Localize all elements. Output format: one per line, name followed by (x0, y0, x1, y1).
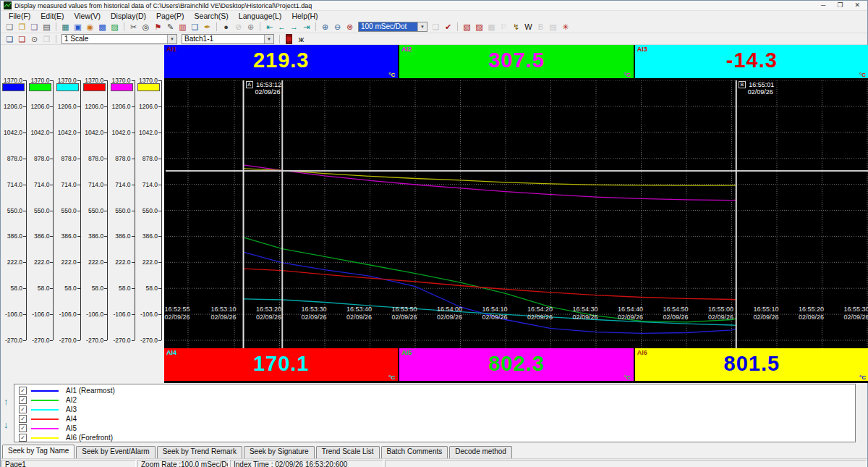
legend-row-ai6[interactable]: ✓AI6 (Forefront) (19, 433, 855, 442)
scale-tick-mark (104, 132, 107, 133)
tab-batch-comments[interactable]: Batch Comments (381, 446, 448, 458)
legend-checkbox-ai4[interactable]: ✓ (19, 415, 27, 423)
legend-checkbox-ai3[interactable]: ✓ (19, 405, 27, 413)
event-list-view-icon[interactable]: ▩ (97, 22, 108, 32)
chevron-down-icon[interactable]: ▼ (417, 22, 427, 31)
scale-tick-label: 222.0 (1, 259, 22, 266)
remark-tool-icon[interactable]: ✂ (128, 22, 139, 32)
scale-tick-label: 1042.0 (28, 130, 49, 136)
save-file-icon[interactable]: ❑ (29, 22, 40, 32)
batch-select[interactable]: Batch1-1▼ (182, 34, 274, 44)
legend-row-ai3[interactable]: ✓AI3 (19, 405, 855, 414)
menu-display[interactable]: Display(D) (106, 12, 151, 20)
channel-panel-ai2: AI2307.5°C (399, 45, 633, 78)
chevron-down-icon[interactable]: ▼ (167, 35, 176, 43)
legend-checkbox-ai6[interactable]: ✓ (19, 434, 27, 442)
legend-color-sample (31, 390, 59, 392)
magnifier-add-icon[interactable]: ⊕ (245, 22, 256, 32)
tab-seek-by-tag-name[interactable]: Seek by Tag Name (2, 445, 75, 458)
menu-edit[interactable]: Edit(E) (35, 12, 69, 20)
expand-left-icon[interactable]: ⇤ (264, 22, 275, 32)
zoom-out-icon[interactable]: ⊖ (332, 22, 343, 32)
menu-language[interactable]: Language(L) (234, 12, 287, 20)
menu-search[interactable]: Search(S) (190, 12, 234, 20)
legend-row-ai4[interactable]: ✓AI4 (19, 414, 855, 424)
lightning-icon[interactable]: ↯ (511, 22, 522, 32)
tab-seek-by-event-alarm[interactable]: Seek by Event/Alarm (76, 446, 155, 458)
tab-trend-scale-list[interactable]: Trend Scale List (316, 446, 380, 458)
legend-color-sample (31, 418, 59, 420)
close-button[interactable]: ✕ (854, 1, 860, 9)
legend-row-ai1[interactable]: ✓AI1 (Rearmost) (19, 386, 855, 395)
legend-row-ai5[interactable]: ✓AI5 (19, 424, 855, 433)
scale-select[interactable]: 1 Scale▼ (61, 34, 177, 44)
menu-page[interactable]: Page(P) (151, 12, 190, 20)
page-chart-icon[interactable]: ❑ (190, 22, 200, 32)
zoom-in-icon[interactable]: ⊕ (320, 22, 331, 32)
legend-row-ai2[interactable]: ✓AI2 (19, 395, 855, 405)
web-icon[interactable]: ✳ (560, 22, 571, 32)
legend-checkbox-ai1[interactable]: ✓ (19, 387, 27, 395)
menu-help[interactable]: Help(H) (286, 12, 323, 20)
copy-disabled-icon[interactable]: ❐ (41, 34, 52, 44)
goto-page-icon[interactable]: ❏ (17, 34, 27, 44)
magnifier-off-icon[interactable]: ⊘ (233, 22, 244, 32)
maximize-button[interactable]: ❐ (837, 1, 843, 9)
scale-axis-line (135, 80, 135, 340)
print-icon[interactable]: ▤ (41, 22, 52, 32)
signature-pen-icon[interactable]: ✒ (202, 22, 213, 32)
time-axis-label: 16:54:0002/09/26 (434, 306, 466, 321)
open-file-icon[interactable]: ❐ (17, 22, 27, 32)
cursor-a-label[interactable]: A 16:53:1202/09/26 (246, 81, 282, 96)
shift-right-icon[interactable]: → (289, 22, 299, 32)
tab-seek-by-signature[interactable]: Seek by Signature (244, 446, 315, 458)
apply-check-icon[interactable]: ✔ (443, 22, 454, 32)
bar-chart-icon[interactable]: ▥ (177, 22, 188, 32)
chevron-down-icon[interactable]: ▼ (264, 35, 273, 43)
shift-left-icon[interactable]: ← (276, 22, 287, 32)
tab-seek-by-trend-remark[interactable]: Seek by Trend Remark (157, 446, 242, 458)
scale-tick-label: 1370.0 (137, 77, 158, 84)
report-view-icon[interactable]: ▨ (109, 22, 120, 32)
list-disabled-icon[interactable]: ▤ (548, 22, 558, 32)
trend-export2-icon[interactable]: ▨ (474, 22, 485, 32)
minimize-button[interactable]: ─ (821, 1, 825, 9)
trend-chart[interactable]: 16:52:5502/09/2616:53:1002/09/2616:53:20… (164, 80, 868, 348)
trend-view-icon[interactable]: ▦ (60, 22, 71, 32)
tab-decode-method[interactable]: Decode method (449, 446, 512, 458)
b-export-disabled-icon[interactable]: B (535, 22, 546, 32)
page-disabled-icon[interactable]: ❏ (430, 22, 441, 32)
person-run-icon[interactable]: ж (296, 34, 307, 44)
scale-tick-label: 550.0 (1, 208, 22, 214)
sphere-icon[interactable]: ● (221, 22, 231, 32)
new-file-icon[interactable]: ❏ (4, 22, 15, 32)
flag-icon[interactable]: ⚑ (153, 22, 163, 32)
grid-disabled-icon[interactable]: ▦ (486, 22, 497, 32)
legend-checkbox-ai2[interactable]: ✓ (19, 396, 27, 404)
circular-view-icon[interactable]: ◉ (85, 22, 95, 32)
legend-checkbox-ai5[interactable]: ✓ (19, 424, 27, 432)
legend-move-down-arrow[interactable]: ↓ (4, 419, 9, 430)
menu-view[interactable]: View(V) (69, 12, 106, 20)
scale-tick-mark (132, 288, 135, 289)
snapshot-icon[interactable]: ◎ (140, 22, 151, 32)
legend-move-up-arrow[interactable]: ↑ (4, 396, 9, 407)
trend-export-icon[interactable]: ▧ (461, 22, 472, 32)
dot-rate-select[interactable]: 100 mSec/Dot▼ (358, 22, 427, 32)
window-title: Display measured values from historical … (14, 2, 821, 9)
digital-view-icon[interactable]: ▣ (72, 22, 83, 32)
menu-file[interactable]: File(F) (4, 12, 35, 20)
toolbar-separator (124, 22, 124, 31)
time-axis-label: 16:53:5002/09/26 (388, 306, 420, 321)
alarm-status-icon[interactable] (286, 34, 292, 44)
flag-disabled-icon[interactable]: ⚐ (498, 22, 509, 32)
search-icon[interactable]: ⊙ (29, 34, 40, 44)
zoom-reset-icon[interactable]: ⊗ (344, 22, 355, 32)
expand-right-icon[interactable]: ⇥ (301, 22, 312, 32)
status-bar: Page1Zoom Rate :100.0 mSec/DotIndex Time… (1, 458, 867, 467)
word-export-icon[interactable]: W (523, 22, 534, 32)
cursor-b-label[interactable]: B 16:55:0102/09/26 (739, 81, 775, 96)
edit-remark-icon[interactable]: ✎ (165, 22, 176, 32)
trend-curve-ai4 (244, 269, 736, 300)
add-page-icon[interactable]: ❏ (4, 34, 15, 44)
